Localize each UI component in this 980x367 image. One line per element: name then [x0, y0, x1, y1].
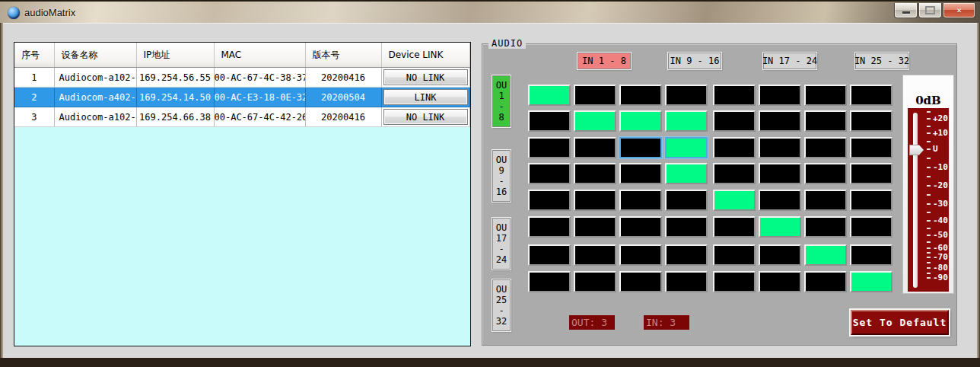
- crosspoint-cell-r8c4[interactable]: [665, 271, 708, 292]
- crosspoint-cell-r1c6[interactable]: [759, 85, 801, 106]
- crosspoint-cell-r1c2[interactable]: [574, 85, 616, 106]
- in-bank-button-1[interactable]: IN 1 - 8: [578, 53, 631, 69]
- crosspoint-cell-r4c5[interactable]: [713, 163, 756, 184]
- crosspoint-cell-r1c1[interactable]: [528, 85, 571, 106]
- crosspoint-cell-r5c1[interactable]: [528, 190, 571, 211]
- crosspoint-cell-r2c3[interactable]: [619, 110, 662, 132]
- crosspoint-cell-r5c6[interactable]: [759, 190, 801, 211]
- in-bank-button-3[interactable]: IN 17 - 24: [763, 53, 816, 69]
- crosspoint-cell-r6c8[interactable]: [850, 216, 892, 238]
- crosspoint-cell-r7c7[interactable]: [804, 244, 847, 266]
- crosspoint-cell-r6c3[interactable]: [619, 216, 662, 238]
- crosspoint-cell-r6c4[interactable]: [665, 216, 708, 238]
- crosspoint-cell-r7c3[interactable]: [619, 244, 662, 266]
- fader-scale-area[interactable]: +20+10U-10-20-30-40-50-60-70-80-90: [908, 108, 949, 292]
- crosspoint-cell-r8c2[interactable]: [574, 271, 616, 292]
- crosspoint-cell-r3c4[interactable]: [665, 137, 708, 158]
- title-bar[interactable]: audioMatrix ✕: [0, 0, 980, 24]
- crosspoint-cell-r2c1[interactable]: [528, 110, 571, 132]
- crosspoint-cell-r4c6[interactable]: [759, 163, 801, 184]
- crosspoint-cell-r7c6[interactable]: [759, 244, 801, 266]
- crosspoint-cell-r4c8[interactable]: [850, 163, 892, 184]
- crosspoint-cell-r6c5[interactable]: [713, 216, 756, 238]
- crosspoint-cell-r7c1[interactable]: [528, 244, 571, 266]
- out-bank-button-4[interactable]: OU25-32: [492, 279, 511, 331]
- fader-tick: [927, 194, 931, 196]
- crosspoint-cell-r6c7[interactable]: [804, 216, 847, 238]
- crosspoint-cell-r2c2[interactable]: [574, 110, 616, 132]
- crosspoint-cell-r1c5[interactable]: [713, 85, 756, 106]
- crosspoint-cell-r4c7[interactable]: [804, 163, 847, 184]
- out-bank-button-2[interactable]: OU9-16: [492, 150, 511, 202]
- set-to-default-button[interactable]: Set To Default: [851, 310, 949, 335]
- fader-thumb[interactable]: [909, 145, 924, 155]
- crosspoint-cell-r1c3[interactable]: [619, 85, 662, 106]
- crosspoint-cell-r2c6[interactable]: [759, 110, 801, 132]
- fader-scale-label: -10: [933, 162, 948, 172]
- crosspoint-cell-r3c6[interactable]: [759, 137, 801, 158]
- crosspoint-cell-r8c7[interactable]: [804, 271, 847, 292]
- table-row[interactable]: 1Audiocom-a102-...169.254.56.5500-AC-67-…: [14, 68, 469, 88]
- crosspoint-cell-r4c2[interactable]: [574, 163, 616, 184]
- crosspoint-cell-r6c2[interactable]: [574, 216, 616, 238]
- out-bank-label-line: -: [498, 101, 504, 112]
- crosspoint-cell-r5c4[interactable]: [665, 190, 708, 211]
- crosspoint-cell-r3c8[interactable]: [850, 137, 892, 158]
- crosspoint-cell-r3c2[interactable]: [574, 137, 616, 158]
- crosspoint-cell-r6c6[interactable]: [759, 216, 801, 238]
- cell-ip: 169.254.66.38: [136, 107, 214, 127]
- crosspoint-cell-r5c3[interactable]: [619, 190, 662, 211]
- crosspoint-cell-r5c5[interactable]: [713, 190, 756, 211]
- close-button[interactable]: ✕: [943, 3, 975, 18]
- crosspoint-cell-r1c7[interactable]: [804, 85, 847, 106]
- out-bank-label-line: -: [498, 244, 504, 254]
- cell-ip: 169.254.14.50: [136, 88, 214, 107]
- crosspoint-cell-r1c8[interactable]: [850, 85, 892, 106]
- minimize-icon: [902, 11, 910, 14]
- crosspoint-cell-r3c3[interactable]: [619, 137, 662, 158]
- table-row[interactable]: 3Audiocom-a102-...169.254.66.3800-AC-67-…: [14, 107, 469, 127]
- in-bank-button-2[interactable]: IN 9 - 16: [668, 53, 721, 69]
- crosspoint-cell-r2c5[interactable]: [713, 110, 756, 132]
- crosspoint-cell-r8c5[interactable]: [713, 271, 756, 292]
- crosspoint-cell-r7c8[interactable]: [850, 244, 892, 266]
- crosspoint-cell-r8c8[interactable]: [850, 271, 892, 292]
- crosspoint-cell-r3c5[interactable]: [713, 137, 756, 158]
- out-bank-button-1[interactable]: OU1-8: [492, 75, 511, 127]
- crosspoint-cell-r4c4[interactable]: [665, 163, 708, 184]
- out-bank-label-line: 9: [498, 165, 504, 176]
- crosspoint-cell-r8c6[interactable]: [759, 271, 801, 292]
- device-link-button[interactable]: NO LINK: [383, 109, 468, 125]
- device-link-button[interactable]: NO LINK: [383, 69, 468, 85]
- crosspoint-cell-r1c4[interactable]: [665, 85, 708, 106]
- crosspoint-cell-r5c2[interactable]: [574, 190, 616, 211]
- out-bank-button-3[interactable]: OU17-24: [492, 218, 511, 270]
- crosspoint-cell-r7c2[interactable]: [574, 244, 616, 266]
- crosspoint-cell-r8c1[interactable]: [528, 271, 571, 292]
- crosspoint-cell-r3c7[interactable]: [804, 137, 847, 158]
- crosspoint-cell-r4c1[interactable]: [528, 163, 571, 184]
- fader-track[interactable]: [913, 113, 918, 288]
- crosspoint-cell-r5c7[interactable]: [804, 190, 847, 211]
- fader-scale-label: +10: [933, 128, 948, 138]
- crosspoint-cell-r4c3[interactable]: [619, 163, 662, 184]
- maximize-button[interactable]: [918, 3, 942, 18]
- fader-tick: [927, 235, 931, 236]
- cell-mac: 00-AC-67-4C-38-37: [214, 68, 305, 88]
- fader-scale-label: U: [933, 144, 938, 154]
- in-bank-button-4[interactable]: IN 25 - 32: [855, 53, 908, 69]
- crosspoint-cell-r7c4[interactable]: [665, 244, 708, 266]
- crosspoint-cell-r2c4[interactable]: [665, 110, 708, 132]
- col-header-version: 版本号: [305, 43, 381, 68]
- crosspoint-cell-r8c3[interactable]: [619, 271, 662, 292]
- crosspoint-cell-r3c1[interactable]: [528, 137, 571, 158]
- crosspoint-cell-r2c8[interactable]: [850, 110, 892, 132]
- crosspoint-cell-r2c7[interactable]: [804, 110, 847, 132]
- crosspoint-cell-r6c1[interactable]: [528, 216, 571, 238]
- device-link-button[interactable]: LINK: [383, 89, 468, 105]
- crosspoint-cell-r5c8[interactable]: [850, 190, 892, 211]
- crosspoint-cell-r7c5[interactable]: [713, 244, 756, 266]
- minimize-button[interactable]: [894, 3, 918, 18]
- table-row[interactable]: 2Audiocom-a402-...169.254.14.5000-AC-E3-…: [14, 88, 469, 107]
- device-list-panel[interactable]: 序号 设备名称 IP地址 MAC 版本号 Device LINK 1Audioc…: [14, 42, 471, 346]
